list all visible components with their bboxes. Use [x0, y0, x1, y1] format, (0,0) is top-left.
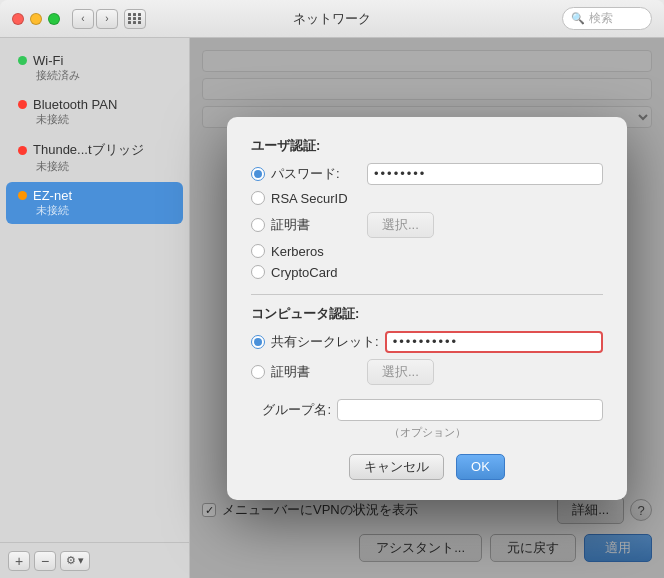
cert-select-button[interactable]: 選択... — [367, 212, 434, 238]
radio-inner-2 — [254, 338, 262, 346]
close-button[interactable] — [12, 13, 24, 25]
password-label: パスワード: — [271, 165, 361, 183]
search-icon: 🔍 — [571, 12, 585, 25]
cert2-select-button[interactable]: 選択... — [367, 359, 434, 385]
group-name-label: グループ名: — [251, 401, 331, 419]
sidebar-item-eznet[interactable]: EZ-net 未接続 — [6, 182, 183, 224]
kerberos-label: Kerberos — [271, 244, 361, 259]
bluetooth-status-dot — [18, 100, 27, 109]
password-input[interactable] — [367, 163, 603, 185]
forward-button[interactable]: › — [96, 9, 118, 29]
kerberos-radio[interactable] — [251, 244, 265, 258]
sidebar: Wi-Fi 接続済み Bluetooth PAN 未接続 Thunde...tブ… — [0, 38, 190, 578]
user-auth-label: ユーザ認証: — [251, 137, 603, 155]
minimize-button[interactable] — [30, 13, 42, 25]
cryptocard-radio-row: CryptoCard — [251, 265, 603, 280]
group-name-row: グループ名: — [251, 399, 603, 421]
kerberos-radio-row: Kerberos — [251, 244, 603, 259]
sidebar-item-eznet-name: EZ-net — [18, 188, 171, 203]
user-auth-section: ユーザ認証: パスワード: RSA SecurID — [251, 137, 603, 280]
sidebar-item-bluetooth-name: Bluetooth PAN — [18, 97, 171, 112]
remove-network-button[interactable]: − — [34, 551, 56, 571]
cryptocard-label: CryptoCard — [271, 265, 361, 280]
modal-footer: キャンセル OK — [251, 454, 603, 480]
divider — [251, 294, 603, 295]
password-radio[interactable] — [251, 167, 265, 181]
grid-button[interactable] — [124, 9, 146, 29]
wifi-status: 接続済み — [36, 68, 171, 83]
search-placeholder: 検索 — [589, 10, 613, 27]
eznet-status: 未接続 — [36, 203, 171, 218]
sidebar-item-wifi[interactable]: Wi-Fi 接続済み — [6, 47, 183, 89]
sidebar-item-thunderbolt-name: Thunde...tブリッジ — [18, 141, 171, 159]
rsa-radio[interactable] — [251, 191, 265, 205]
cryptocard-radio[interactable] — [251, 265, 265, 279]
main-window: ‹ › ネットワーク 🔍 検索 Wi-Fi 接続済み — [0, 0, 664, 578]
cert2-radio-row: 証明書 選択... — [251, 359, 603, 385]
titlebar: ‹ › ネットワーク 🔍 検索 — [0, 0, 664, 38]
shared-secret-input[interactable] — [385, 331, 603, 353]
gear-icon: ⚙ — [66, 554, 76, 567]
bluetooth-status: 未接続 — [36, 112, 171, 127]
computer-auth-section: コンピュータ認証: 共有シークレット: 証明書 — [251, 305, 603, 385]
sidebar-item-bluetooth[interactable]: Bluetooth PAN 未接続 — [6, 91, 183, 133]
back-button[interactable]: ‹ — [72, 9, 94, 29]
sidebar-footer: + − ⚙ ▾ — [0, 542, 189, 578]
shared-secret-radio[interactable] — [251, 335, 265, 349]
group-name-input[interactable] — [337, 399, 603, 421]
content-area: Wi-Fi 接続済み Bluetooth PAN 未接続 Thunde...tブ… — [0, 38, 664, 578]
network-settings-gear-button[interactable]: ⚙ ▾ — [60, 551, 90, 571]
wifi-status-dot — [18, 56, 27, 65]
cancel-button[interactable]: キャンセル — [349, 454, 444, 480]
shared-secret-label: 共有シークレット: — [271, 333, 379, 351]
cert2-label: 証明書 — [271, 363, 361, 381]
sidebar-item-wifi-name: Wi-Fi — [18, 53, 171, 68]
optional-hint: （オプション） — [251, 425, 603, 440]
window-title: ネットワーク — [293, 10, 371, 28]
thunderbolt-status-dot — [18, 146, 27, 155]
password-radio-row: パスワード: — [251, 163, 603, 185]
nav-buttons: ‹ › — [72, 9, 118, 29]
auth-modal: ユーザ認証: パスワード: RSA SecurID — [227, 117, 627, 500]
grid-icon — [128, 13, 142, 24]
traffic-lights — [12, 13, 60, 25]
maximize-button[interactable] — [48, 13, 60, 25]
eznet-status-dot — [18, 191, 27, 200]
modal-overlay: ユーザ認証: パスワード: RSA SecurID — [190, 38, 664, 578]
cert-label: 証明書 — [271, 216, 361, 234]
cert-radio[interactable] — [251, 218, 265, 232]
add-network-button[interactable]: + — [8, 551, 30, 571]
cert2-radio[interactable] — [251, 365, 265, 379]
sidebar-item-thunderbolt[interactable]: Thunde...tブリッジ 未接続 — [6, 135, 183, 180]
rsa-label: RSA SecurID — [271, 191, 361, 206]
main-panel: ✓ メニューバーにVPNの状況を表示 詳細... ? アシスタント... 元に戻… — [190, 38, 664, 578]
chevron-down-icon: ▾ — [78, 554, 84, 567]
shared-secret-radio-row: 共有シークレット: — [251, 331, 603, 353]
ok-button[interactable]: OK — [456, 454, 505, 480]
cert-radio-row: 証明書 選択... — [251, 212, 603, 238]
rsa-radio-row: RSA SecurID — [251, 191, 603, 206]
thunderbolt-status: 未接続 — [36, 159, 171, 174]
computer-auth-label: コンピュータ認証: — [251, 305, 603, 323]
search-box[interactable]: 🔍 検索 — [562, 7, 652, 30]
radio-inner — [254, 170, 262, 178]
